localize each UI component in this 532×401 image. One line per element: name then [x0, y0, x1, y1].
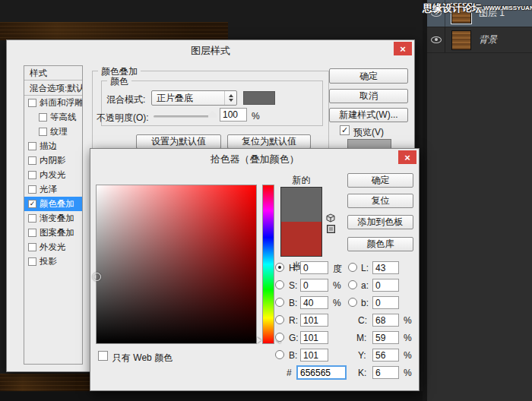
sidebar-item-inner-glow[interactable]: 内发光	[24, 168, 82, 182]
checkbox[interactable]	[28, 214, 36, 223]
close-icon[interactable]: ×	[394, 42, 412, 55]
h-radio[interactable]	[275, 263, 284, 272]
y-input[interactable]	[372, 349, 399, 362]
checkbox[interactable]	[28, 229, 36, 237]
a-input[interactable]	[372, 279, 399, 292]
sidebar-item-bevel-emboss[interactable]: 斜面和浮雕	[24, 96, 82, 110]
watermark: 思缘设计论坛WWW.MISSYUAN.COM	[423, 2, 532, 15]
checkbox[interactable]	[28, 142, 36, 150]
a-radio[interactable]	[348, 280, 357, 289]
r-label: R:	[289, 315, 298, 326]
sidebar-item-texture[interactable]: 纹理	[24, 125, 82, 139]
m-unit: %	[404, 333, 412, 343]
b-radio[interactable]	[275, 298, 284, 307]
h-input[interactable]	[300, 261, 328, 274]
new-style-button[interactable]: 新建样式(W)...	[329, 108, 408, 122]
b-input[interactable]	[300, 296, 328, 309]
sidebar-item-pattern-overlay[interactable]: 图案叠加	[24, 226, 82, 240]
blend-mode-label: 混合模式:	[106, 93, 145, 106]
background-thumbnail[interactable]	[451, 30, 471, 50]
sidebar-item-label: 颜色叠加	[40, 198, 74, 210]
sidebar-item-contour[interactable]: 等高线	[24, 110, 82, 125]
checkbox[interactable]	[28, 257, 36, 266]
g-radio[interactable]	[275, 333, 284, 342]
s-radio[interactable]	[275, 280, 284, 289]
web-only-checkbox[interactable]	[98, 351, 108, 361]
sidebar-item-satin[interactable]: 光泽	[24, 182, 82, 197]
add-to-swatches-button[interactable]: 添加到色板	[347, 215, 413, 229]
color-group-title: 颜色	[107, 75, 131, 88]
background-name[interactable]: 背景	[479, 33, 497, 46]
s-label: S:	[289, 280, 297, 291]
r-radio[interactable]	[275, 315, 284, 324]
g-input[interactable]	[300, 331, 328, 344]
l-input[interactable]	[372, 261, 399, 274]
checkbox[interactable]	[28, 171, 36, 179]
picker-ok-button[interactable]: 确定	[347, 173, 413, 188]
web-only-label: 只有 Web 颜色	[112, 352, 173, 365]
styles-header: 样式	[24, 66, 82, 81]
sidebar-item-inner-shadow[interactable]: 内阴影	[24, 153, 82, 168]
b2-input[interactable]	[300, 349, 328, 362]
hue-slider-left-arrow[interactable]	[257, 337, 261, 343]
b3-input[interactable]	[372, 296, 399, 309]
l-label: L:	[361, 263, 369, 273]
sidebar-item-stroke[interactable]: 描边	[24, 139, 82, 153]
new-color-swatch	[281, 188, 321, 222]
k-input[interactable]	[372, 366, 399, 379]
sidebar-item-label: 外发光	[40, 242, 66, 253]
opacity-input[interactable]	[220, 108, 247, 122]
r-input[interactable]	[300, 314, 328, 327]
checkbox[interactable]	[39, 113, 47, 122]
hex-input[interactable]	[296, 365, 347, 380]
b3-radio[interactable]	[348, 298, 357, 307]
c-label: C:	[358, 315, 367, 326]
set-default-button[interactable]: 设置为默认值	[136, 134, 221, 149]
checkbox-checked[interactable]: ✓	[28, 200, 36, 208]
visibility-toggle[interactable]	[427, 27, 445, 52]
checkbox[interactable]	[39, 128, 47, 136]
sidebar-item-label: 描边	[40, 141, 57, 152]
sidebar-item-drop-shadow[interactable]: 投影	[24, 254, 82, 269]
ok-button[interactable]: 确定	[329, 68, 408, 84]
checkbox[interactable]	[28, 99, 36, 107]
sidebar-item-label: 光泽	[40, 184, 57, 195]
a-label: a:	[361, 280, 369, 291]
reset-default-button[interactable]: 复位为默认值	[227, 134, 311, 149]
picker-reset-button[interactable]: 复位	[347, 194, 413, 208]
color-field-marker[interactable]	[93, 273, 101, 281]
opacity-unit: %	[252, 111, 260, 122]
layer-row-background[interactable]: 背景	[427, 27, 532, 53]
sidebar-item-color-overlay[interactable]: ✓ 颜色叠加	[24, 197, 82, 211]
m-input[interactable]	[372, 331, 399, 344]
canvas-wood-texture-top	[0, 22, 228, 40]
chevron-updown-icon	[224, 91, 236, 105]
y-unit: %	[404, 350, 412, 361]
preview-checkbox[interactable]: ✓	[340, 125, 350, 135]
checkbox[interactable]	[28, 156, 36, 165]
blend-mode-dropdown[interactable]: 正片叠底	[151, 90, 237, 106]
gamut-warning-icon[interactable]	[325, 213, 336, 226]
saturation-brightness-field[interactable]	[96, 185, 257, 344]
s-input[interactable]	[300, 279, 328, 292]
blend-color-swatch[interactable]	[243, 91, 275, 105]
b-label: B:	[289, 298, 297, 308]
hue-slider[interactable]	[262, 185, 274, 344]
c-input[interactable]	[372, 314, 399, 327]
sidebar-item-blending-options[interactable]: 混合选项:默认	[24, 81, 82, 96]
b2-radio[interactable]	[275, 350, 284, 359]
sidebar-item-label: 图案叠加	[40, 227, 74, 238]
web-color-warning-icon[interactable]	[327, 225, 335, 233]
photoshop-workspace: 图层 1 背景 思缘设计论坛WWW.MISSYUAN.COM 图层样式 × 样式…	[0, 0, 532, 401]
close-icon[interactable]: ×	[398, 150, 416, 164]
sidebar-item-gradient-overlay[interactable]: 渐变叠加	[24, 211, 82, 226]
checkbox[interactable]	[28, 185, 36, 194]
cancel-button[interactable]: 取消	[329, 89, 408, 103]
color-library-button[interactable]: 颜色库	[347, 237, 413, 251]
opacity-slider-track[interactable]	[154, 115, 216, 118]
m-label: M:	[356, 333, 366, 343]
l-radio[interactable]	[348, 263, 357, 272]
watermark-site-name: 思缘设计论坛	[423, 2, 482, 14]
checkbox[interactable]	[28, 243, 36, 251]
sidebar-item-outer-glow[interactable]: 外发光	[24, 240, 82, 254]
